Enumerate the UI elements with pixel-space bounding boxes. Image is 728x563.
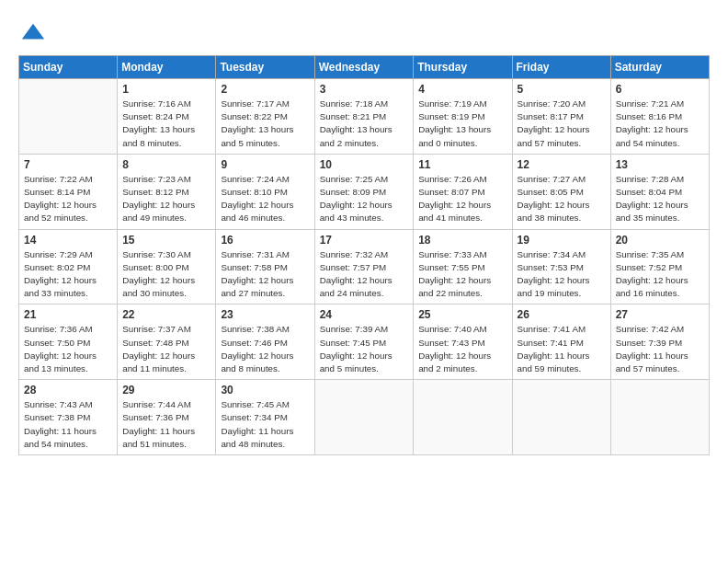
day-number: 23	[221, 308, 309, 321]
day-number: 21	[24, 308, 112, 321]
calendar-cell: 28Sunrise: 7:43 AMSunset: 7:38 PMDayligh…	[19, 380, 118, 455]
day-info: Sunrise: 7:31 AMSunset: 7:58 PMDaylight:…	[221, 248, 309, 301]
day-number: 18	[418, 234, 506, 247]
day-number: 11	[418, 158, 506, 171]
day-info: Sunrise: 7:37 AMSunset: 7:48 PMDaylight:…	[122, 323, 210, 375]
calendar-table: SundayMondayTuesdayWednesdayThursdayFrid…	[18, 55, 710, 455]
weekday-header-row: SundayMondayTuesdayWednesdayThursdayFrid…	[19, 56, 710, 79]
day-number: 8	[122, 158, 210, 171]
calendar-cell: 1Sunrise: 7:16 AMSunset: 8:24 PMDaylight…	[118, 79, 216, 155]
day-info: Sunrise: 7:18 AMSunset: 8:21 PMDaylight:…	[320, 98, 409, 150]
day-number: 13	[616, 158, 704, 171]
calendar-cell: 8Sunrise: 7:23 AMSunset: 8:12 PMDaylight…	[118, 154, 216, 229]
day-number: 15	[122, 234, 210, 247]
week-row-4: 28Sunrise: 7:43 AMSunset: 7:38 PMDayligh…	[19, 380, 710, 455]
day-info: Sunrise: 7:40 AMSunset: 7:43 PMDaylight:…	[418, 323, 506, 375]
day-number: 3	[320, 83, 409, 96]
week-row-0: 1Sunrise: 7:16 AMSunset: 8:24 PMDaylight…	[19, 79, 710, 155]
logo-line1	[18, 20, 46, 46]
svg-marker-0	[22, 24, 44, 40]
day-info: Sunrise: 7:17 AMSunset: 8:22 PMDaylight:…	[221, 98, 309, 150]
calendar-cell: 17Sunrise: 7:32 AMSunset: 7:57 PMDayligh…	[314, 229, 414, 304]
day-number: 30	[221, 384, 309, 396]
calendar-cell: 15Sunrise: 7:30 AMSunset: 8:00 PMDayligh…	[118, 229, 216, 304]
logo	[18, 20, 46, 46]
day-number: 6	[616, 83, 704, 96]
day-info: Sunrise: 7:35 AMSunset: 7:52 PMDaylight:…	[616, 248, 704, 301]
weekday-header-tuesday: Tuesday	[216, 56, 314, 79]
calendar-cell: 23Sunrise: 7:38 AMSunset: 7:46 PMDayligh…	[216, 304, 314, 380]
week-row-2: 14Sunrise: 7:29 AMSunset: 8:02 PMDayligh…	[19, 229, 710, 304]
day-info: Sunrise: 7:24 AMSunset: 8:10 PMDaylight:…	[221, 173, 309, 225]
calendar-cell	[610, 380, 709, 455]
day-number: 22	[122, 308, 210, 321]
calendar-cell: 4Sunrise: 7:19 AMSunset: 8:19 PMDaylight…	[414, 79, 512, 155]
day-number: 12	[518, 158, 606, 171]
day-info: Sunrise: 7:34 AMSunset: 7:53 PMDaylight:…	[518, 248, 606, 301]
day-number: 29	[122, 384, 210, 396]
day-info: Sunrise: 7:22 AMSunset: 8:14 PMDaylight:…	[24, 173, 112, 225]
calendar-cell: 9Sunrise: 7:24 AMSunset: 8:10 PMDaylight…	[216, 154, 314, 229]
weekday-header-thursday: Thursday	[414, 56, 512, 79]
calendar-cell: 30Sunrise: 7:45 AMSunset: 7:34 PMDayligh…	[216, 380, 314, 455]
calendar-cell: 27Sunrise: 7:42 AMSunset: 7:39 PMDayligh…	[610, 304, 709, 380]
day-number: 26	[518, 308, 606, 321]
day-number: 10	[320, 158, 409, 171]
day-number: 5	[518, 83, 606, 96]
calendar-cell: 24Sunrise: 7:39 AMSunset: 7:45 PMDayligh…	[314, 304, 414, 380]
calendar-cell: 16Sunrise: 7:31 AMSunset: 7:58 PMDayligh…	[216, 229, 314, 304]
calendar-cell: 5Sunrise: 7:20 AMSunset: 8:17 PMDaylight…	[512, 79, 610, 155]
calendar-cell: 29Sunrise: 7:44 AMSunset: 7:36 PMDayligh…	[118, 380, 216, 455]
day-number: 1	[122, 83, 210, 96]
calendar-cell	[512, 380, 610, 455]
day-number: 20	[616, 234, 704, 247]
day-number: 7	[24, 158, 112, 171]
page: SundayMondayTuesdayWednesdayThursdayFrid…	[0, 0, 728, 465]
calendar-cell: 19Sunrise: 7:34 AMSunset: 7:53 PMDayligh…	[512, 229, 610, 304]
calendar-cell: 26Sunrise: 7:41 AMSunset: 7:41 PMDayligh…	[512, 304, 610, 380]
weekday-header-saturday: Saturday	[610, 56, 709, 79]
day-info: Sunrise: 7:27 AMSunset: 8:05 PMDaylight:…	[518, 173, 606, 225]
calendar-cell: 10Sunrise: 7:25 AMSunset: 8:09 PMDayligh…	[314, 154, 414, 229]
day-info: Sunrise: 7:38 AMSunset: 7:46 PMDaylight:…	[221, 323, 309, 375]
calendar-cell: 2Sunrise: 7:17 AMSunset: 8:22 PMDaylight…	[216, 79, 314, 155]
day-info: Sunrise: 7:30 AMSunset: 8:00 PMDaylight:…	[122, 248, 210, 301]
calendar-cell: 13Sunrise: 7:28 AMSunset: 8:04 PMDayligh…	[610, 154, 709, 229]
day-info: Sunrise: 7:23 AMSunset: 8:12 PMDaylight:…	[122, 173, 210, 225]
calendar-cell: 14Sunrise: 7:29 AMSunset: 8:02 PMDayligh…	[19, 229, 118, 304]
day-info: Sunrise: 7:41 AMSunset: 7:41 PMDaylight:…	[518, 323, 606, 375]
calendar-cell: 7Sunrise: 7:22 AMSunset: 8:14 PMDaylight…	[19, 154, 118, 229]
day-info: Sunrise: 7:19 AMSunset: 8:19 PMDaylight:…	[418, 98, 506, 150]
calendar-cell: 18Sunrise: 7:33 AMSunset: 7:55 PMDayligh…	[414, 229, 512, 304]
day-info: Sunrise: 7:29 AMSunset: 8:02 PMDaylight:…	[24, 248, 112, 301]
calendar-cell: 6Sunrise: 7:21 AMSunset: 8:16 PMDaylight…	[610, 79, 709, 155]
day-info: Sunrise: 7:16 AMSunset: 8:24 PMDaylight:…	[122, 98, 210, 150]
calendar-cell: 22Sunrise: 7:37 AMSunset: 7:48 PMDayligh…	[118, 304, 216, 380]
day-info: Sunrise: 7:25 AMSunset: 8:09 PMDaylight:…	[320, 173, 409, 225]
day-info: Sunrise: 7:44 AMSunset: 7:36 PMDaylight:…	[122, 398, 210, 451]
day-info: Sunrise: 7:20 AMSunset: 8:17 PMDaylight:…	[518, 98, 606, 150]
day-number: 14	[24, 234, 112, 247]
calendar-cell	[414, 380, 512, 455]
week-row-1: 7Sunrise: 7:22 AMSunset: 8:14 PMDaylight…	[19, 154, 710, 229]
day-info: Sunrise: 7:36 AMSunset: 7:50 PMDaylight:…	[24, 323, 112, 375]
day-info: Sunrise: 7:43 AMSunset: 7:38 PMDaylight:…	[24, 398, 112, 451]
calendar-cell: 20Sunrise: 7:35 AMSunset: 7:52 PMDayligh…	[610, 229, 709, 304]
day-number: 27	[616, 308, 704, 321]
day-info: Sunrise: 7:21 AMSunset: 8:16 PMDaylight:…	[616, 98, 704, 150]
weekday-header-sunday: Sunday	[19, 56, 118, 79]
day-info: Sunrise: 7:42 AMSunset: 7:39 PMDaylight:…	[616, 323, 704, 375]
weekday-header-monday: Monday	[118, 56, 216, 79]
day-number: 17	[320, 234, 409, 247]
day-info: Sunrise: 7:28 AMSunset: 8:04 PMDaylight:…	[616, 173, 704, 225]
day-info: Sunrise: 7:26 AMSunset: 8:07 PMDaylight:…	[418, 173, 506, 225]
week-row-3: 21Sunrise: 7:36 AMSunset: 7:50 PMDayligh…	[19, 304, 710, 380]
day-number: 2	[221, 83, 309, 96]
weekday-header-wednesday: Wednesday	[314, 56, 414, 79]
calendar-cell: 21Sunrise: 7:36 AMSunset: 7:50 PMDayligh…	[19, 304, 118, 380]
day-number: 9	[221, 158, 309, 171]
day-info: Sunrise: 7:33 AMSunset: 7:55 PMDaylight:…	[418, 248, 506, 301]
day-number: 25	[418, 308, 506, 321]
day-info: Sunrise: 7:39 AMSunset: 7:45 PMDaylight:…	[320, 323, 409, 375]
header	[18, 17, 710, 46]
